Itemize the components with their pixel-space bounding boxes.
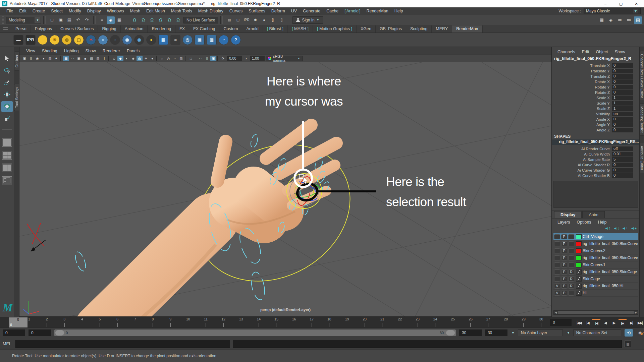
menu-item[interactable]: Mesh Tools (168, 8, 195, 14)
shape-attribute-value[interactable]: 0 (612, 173, 633, 178)
toolbar-separator[interactable] (220, 16, 223, 24)
chevron-down-icon[interactable]: ▼ (567, 331, 570, 335)
tab-outliner[interactable]: Outliner (14, 52, 19, 71)
shelf-tab[interactable]: XGen (357, 25, 376, 33)
paint-select-tool[interactable] (1, 77, 13, 88)
layer-row[interactable]: P R SkinCage (553, 276, 638, 283)
menu-set-dropdown[interactable]: Modeling ▼ (6, 17, 41, 23)
channel-attribute-value[interactable]: 0 (612, 122, 633, 127)
timeline-frame[interactable]: 3 (56, 317, 73, 327)
help-icon[interactable]: ? (231, 35, 241, 45)
xray-joints-toggle[interactable]: ◎ (165, 56, 171, 61)
select-component-icon[interactable]: ▦ (115, 16, 123, 24)
timeline-frame[interactable]: 17 (303, 317, 321, 327)
bookmark-icon[interactable]: ▾ (41, 56, 47, 61)
timeline-frame[interactable]: 26 (462, 317, 480, 327)
channel-attribute-value[interactable]: 1 (612, 106, 633, 111)
timeline-frame[interactable]: 8 (144, 317, 162, 327)
toggle-channel-box-icon[interactable]: ▤ (634, 16, 642, 24)
layer-editor-menu-item[interactable]: Layers (555, 219, 573, 226)
snap-curve-icon[interactable]: Ω (139, 16, 147, 24)
layer-editor-menu-item[interactable]: Options (574, 219, 594, 226)
shelf-tab[interactable]: MERY (432, 25, 452, 33)
timeline-frame[interactable]: 19 (338, 317, 356, 327)
channel-box-menu-item[interactable]: Show (612, 49, 628, 55)
timeline-frame[interactable]: 5 (91, 317, 109, 327)
wireframe-toggle[interactable]: ◇ (111, 56, 117, 61)
layer-color-swatch[interactable] (576, 284, 582, 289)
scroll-right-arrow-icon[interactable]: ▶ (635, 311, 637, 314)
menu-item[interactable]: Arnold (341, 8, 363, 14)
layer-color-swatch[interactable] (576, 248, 582, 253)
toolbar-separator[interactable] (43, 16, 46, 24)
ipr-render-icon[interactable]: IPR (243, 16, 251, 24)
rotate-tool[interactable] (1, 101, 13, 112)
timeline-frame[interactable]: 24 (426, 317, 444, 327)
timeline-frame[interactable]: 9 (162, 317, 179, 327)
workspace-dropdown[interactable]: Maya Classic ▼ (584, 8, 641, 14)
film-gate-toggle[interactable]: ▭ (69, 56, 75, 61)
move-layer-up-icon[interactable]: ◄↑ (604, 226, 610, 231)
channel-attribute-value[interactable]: 0 (612, 128, 633, 132)
live-surface-field[interactable]: No Live Surface (183, 17, 218, 23)
close-button[interactable]: ✕ (629, 0, 644, 7)
anim-layer-dropdown[interactable]: No Anim Layer (518, 329, 563, 336)
step-forward-key-button[interactable]: ▶| (619, 319, 627, 327)
menu-item[interactable]: Cache (323, 8, 341, 14)
layer-playback-toggle[interactable]: P (561, 241, 567, 246)
timeline-frame[interactable]: 15 (268, 317, 285, 327)
eye-icon[interactable]: ◉ (134, 35, 144, 45)
timeline-frame[interactable]: 16 (285, 317, 303, 327)
layer-playback-toggle[interactable]: P (561, 291, 567, 296)
wireframe-on-shaded-toggle[interactable]: ◈ (130, 56, 136, 61)
layer-row[interactable]: P SkinCurves2 (553, 247, 638, 254)
command-input[interactable] (15, 340, 230, 348)
shelf-tab[interactable]: GB_Plugins (376, 25, 406, 33)
field-chart-toggle[interactable]: ▤ (89, 56, 95, 61)
channel-attribute-value[interactable]: 0 (612, 74, 633, 79)
timeline-frame[interactable]: 28 (497, 317, 515, 327)
toolbar-grip[interactable] (2, 16, 4, 24)
layer-color-swatch[interactable] (576, 255, 582, 260)
timeline-frame[interactable]: 7 (126, 317, 144, 327)
safe-title-toggle[interactable]: T (101, 56, 107, 61)
character-set-dropdown[interactable]: No Character Set (573, 329, 622, 336)
tab-modeling-toolkit[interactable]: Modeling Toolkit (640, 103, 644, 136)
scrollbar-thumb[interactable] (558, 311, 634, 314)
layer-display-type-toggle[interactable] (568, 255, 574, 260)
playback-start-field[interactable]: 0 (29, 329, 51, 336)
timeline-frame[interactable]: 20 (356, 317, 374, 327)
layer-row[interactable]: P SkinCurves1 (553, 261, 638, 268)
range-start-handle[interactable] (55, 330, 64, 336)
channel-attribute-value[interactable]: 0 (612, 117, 633, 122)
animation-preferences-icon[interactable]: ✱ K (636, 329, 644, 337)
shape-attribute-value[interactable]: 0 (612, 168, 633, 173)
shelf-tab[interactable]: Custom (219, 25, 242, 33)
shape-attribute-value[interactable]: 0.01 (612, 152, 633, 157)
menu-item[interactable]: Modify (66, 8, 84, 14)
channel-attribute-value[interactable]: 0 (612, 90, 633, 95)
menu-item[interactable]: Display (84, 8, 104, 14)
shelf-tab[interactable]: Rendering (148, 25, 175, 33)
layer-row[interactable]: P rig_fillette_final_050:SkinCurve (553, 254, 638, 261)
snap-point-icon[interactable]: Ω (148, 16, 156, 24)
image-planes-toggle[interactable]: ▥ (178, 56, 184, 61)
render-shelf-icon[interactable]: ▬ (13, 35, 23, 45)
layout-outliner-persp-button[interactable] (2, 176, 12, 185)
make-live-icon[interactable]: Ω (174, 16, 182, 24)
shape-attribute-value[interactable]: off (612, 146, 633, 151)
menu-item[interactable]: Deform (268, 8, 288, 14)
image-icon[interactable]: ▣ (195, 35, 205, 45)
panel-menu-item[interactable]: Renderer (99, 48, 123, 54)
channel-box-menu-item[interactable]: Edit (579, 49, 592, 55)
time-slider-strip[interactable]: 0 1 2 3 4 (0, 317, 550, 327)
image-plane-icon[interactable]: ▥ (47, 56, 53, 61)
isolate-select-toggle[interactable]: □ (188, 56, 194, 61)
undo-icon[interactable]: ↶ (74, 16, 82, 24)
current-time-field[interactable]: 0 (550, 319, 572, 326)
channel-attribute-value[interactable]: 0 (612, 85, 633, 89)
play-backwards-button[interactable]: ◀ (601, 319, 609, 327)
timeline-frame[interactable]: 11 (197, 317, 215, 327)
layer-visibility-toggle[interactable] (554, 255, 560, 260)
exposure-icon[interactable]: ⟳ (220, 56, 226, 61)
